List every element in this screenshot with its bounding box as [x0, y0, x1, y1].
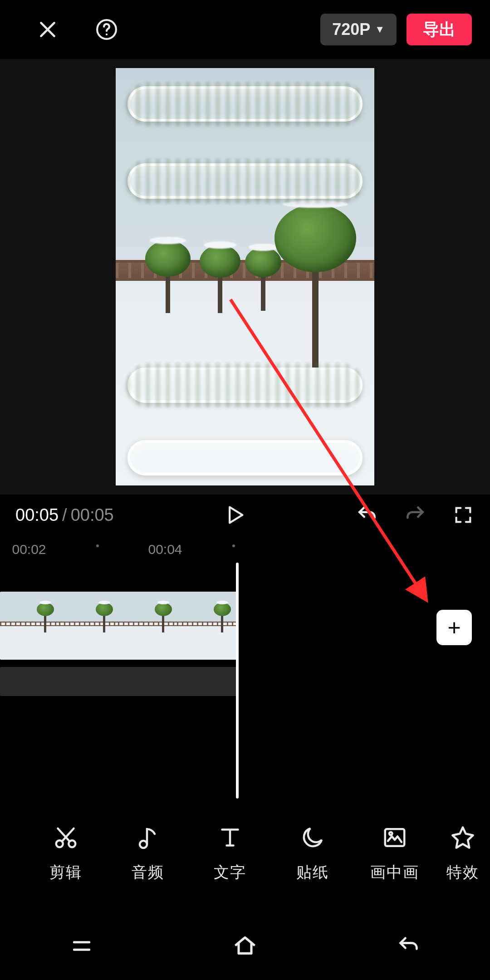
preview-tree	[270, 204, 361, 368]
tool-cut[interactable]: 剪辑	[24, 823, 107, 883]
play-button[interactable]	[223, 503, 246, 527]
tool-sticker[interactable]: 贴纸	[271, 823, 353, 883]
svg-point-6	[389, 832, 392, 835]
ruler-label: 00:02	[12, 542, 46, 557]
player-controls: 00:05 / 00:05	[0, 495, 490, 535]
tool-label: 剪辑	[49, 862, 82, 883]
svg-rect-5	[385, 829, 405, 846]
picture-in-picture-icon	[380, 823, 409, 852]
system-nav-bar	[0, 912, 490, 980]
top-bar: 720P ▼ 导出	[0, 0, 490, 59]
preview-area	[0, 59, 490, 495]
playhead[interactable]	[236, 563, 239, 799]
tool-effects[interactable]: 特效	[436, 823, 490, 883]
add-clip-button[interactable]: +	[436, 610, 472, 645]
tool-pip[interactable]: 画中画	[353, 823, 436, 883]
clip-thumbnail	[59, 592, 118, 660]
tool-label: 画中画	[370, 862, 419, 883]
play-icon	[223, 503, 246, 527]
ruler-tick	[96, 544, 99, 547]
close-button[interactable]	[32, 14, 64, 45]
text-icon	[216, 823, 245, 852]
tool-label: 贴纸	[296, 862, 329, 883]
scissors-icon	[51, 823, 80, 852]
star-icon	[448, 823, 477, 852]
timeline[interactable]: 00:02 00:04 +	[0, 535, 490, 789]
resolution-button[interactable]: 720P ▼	[320, 14, 397, 45]
time-ruler: 00:02 00:04	[0, 535, 490, 563]
recents-button[interactable]	[61, 932, 102, 960]
timecode: 00:05 / 00:05	[15, 505, 114, 525]
svg-point-1	[106, 34, 108, 35]
plus-icon: +	[447, 614, 461, 641]
close-icon	[36, 18, 59, 41]
edit-toolbar: 剪辑 音频 文字 贴纸 画中画 特效	[0, 803, 490, 903]
fullscreen-button[interactable]	[452, 504, 475, 526]
redo-icon	[404, 504, 426, 526]
svg-point-4	[140, 841, 147, 848]
fullscreen-icon	[453, 505, 474, 525]
back-icon	[392, 934, 424, 958]
sticker-icon	[298, 823, 327, 852]
tool-label: 文字	[214, 862, 246, 883]
redo-button[interactable]	[404, 504, 426, 526]
recents-icon	[66, 935, 98, 957]
tool-label: 音频	[132, 862, 164, 883]
export-button[interactable]: 导出	[407, 14, 472, 45]
export-label: 导出	[423, 19, 456, 41]
video-clip[interactable]	[0, 592, 237, 660]
undo-button[interactable]	[356, 504, 378, 526]
preview-tree	[197, 245, 243, 313]
music-note-icon	[133, 823, 162, 852]
chevron-down-icon: ▼	[375, 24, 385, 35]
tool-audio[interactable]: 音频	[107, 823, 189, 883]
undo-icon	[356, 504, 378, 526]
preview-tree	[143, 240, 193, 313]
distortion-band	[127, 86, 363, 122]
resolution-label: 720P	[332, 20, 370, 39]
current-time: 00:05	[15, 505, 59, 525]
clip-thumbnail	[0, 592, 59, 660]
back-button[interactable]	[388, 932, 429, 960]
distortion-band	[127, 368, 363, 403]
help-icon	[95, 18, 118, 41]
help-button[interactable]	[91, 14, 122, 45]
home-icon	[230, 933, 260, 959]
clip-thumbnail	[177, 592, 236, 660]
distortion-band	[127, 163, 363, 199]
audio-track[interactable]	[0, 667, 237, 696]
home-button[interactable]	[225, 932, 265, 960]
tool-text[interactable]: 文字	[189, 823, 271, 883]
total-time: 00:05	[71, 505, 114, 525]
tool-label: 特效	[446, 862, 479, 883]
ruler-label: 00:04	[148, 542, 182, 557]
clip-thumbnail	[118, 592, 177, 660]
video-preview[interactable]	[116, 68, 374, 485]
track-area: +	[0, 563, 490, 799]
distortion-band	[127, 440, 363, 475]
time-separator: /	[62, 505, 67, 525]
ruler-tick	[232, 544, 235, 547]
